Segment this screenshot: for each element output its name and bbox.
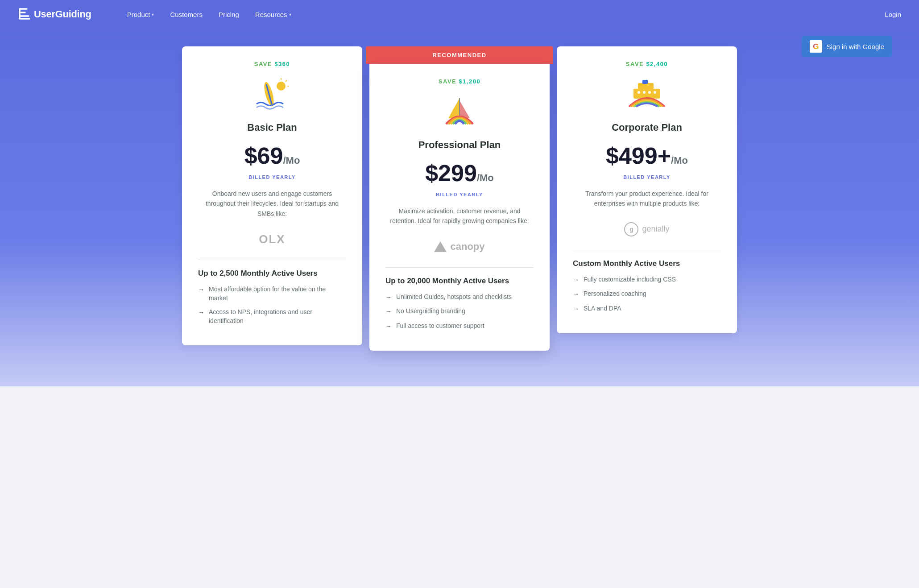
- basic-save-label: SAVE $360: [198, 61, 346, 67]
- professional-customer-logo: canopy: [385, 237, 534, 257]
- professional-price: $299/Mo: [385, 160, 534, 186]
- basic-mau: Up to 2,500 Monthly Active Users: [198, 269, 346, 278]
- basic-customer-logo: OLX: [198, 229, 346, 249]
- arrow-icon: →: [198, 286, 204, 294]
- arrow-icon: →: [198, 308, 204, 317]
- basic-divider: [198, 260, 346, 260]
- corporate-price: $499+/Mo: [573, 142, 721, 169]
- professional-plan-content: SAVE $1,200 P: [369, 64, 550, 351]
- list-item: → Access to NPS, integrations and user i…: [198, 308, 346, 325]
- list-item: → Unlimited Guides, hotspots and checkli…: [385, 293, 534, 302]
- svg-rect-9: [633, 89, 660, 99]
- svg-point-13: [643, 91, 646, 94]
- list-item: → Fully customizable including CSS: [573, 275, 721, 285]
- corporate-plan-content: SAVE $2,400: [557, 46, 737, 333]
- nav-resources[interactable]: Resources ▾: [255, 11, 291, 18]
- svg-point-12: [638, 91, 640, 94]
- basic-plan-card: SAVE $360: [178, 46, 366, 351]
- arrow-icon: →: [385, 293, 392, 302]
- nav-links: Product ▾ Customers Pricing Resources ▾: [127, 11, 885, 18]
- pricing-section: SAVE $360: [27, 46, 892, 351]
- svg-marker-7: [460, 100, 470, 118]
- svg-point-15: [654, 91, 656, 94]
- professional-plan-card: RECOMMENDED SAVE $1,200: [366, 46, 553, 351]
- professional-plan-icon: [385, 94, 534, 134]
- logo-icon: [18, 6, 30, 23]
- professional-plan-name: Professional Plan: [385, 139, 534, 151]
- professional-description: Maximize activation, customer revenue, a…: [385, 206, 534, 226]
- svg-rect-11: [642, 80, 648, 84]
- list-item: → No Userguiding branding: [385, 307, 534, 316]
- list-item: → Full access to customer support: [385, 322, 534, 331]
- basic-billed: BILLED YEARLY: [198, 174, 346, 180]
- professional-billed: BILLED YEARLY: [385, 192, 534, 197]
- basic-plan-icon: [198, 76, 346, 116]
- svg-point-14: [648, 91, 651, 94]
- svg-rect-10: [638, 83, 654, 90]
- arrow-icon: →: [573, 290, 579, 299]
- svg-marker-6: [448, 98, 460, 118]
- arrow-icon: →: [573, 305, 579, 314]
- corporate-save-label: SAVE $2,400: [573, 61, 721, 67]
- corporate-billed: BILLED YEARLY: [573, 174, 721, 180]
- navbar: UserGuiding Product ▾ Customers Pricing …: [0, 0, 919, 29]
- corporate-features: → Fully customizable including CSS → Per…: [573, 275, 721, 314]
- corporate-plan-card: SAVE $2,400: [553, 46, 741, 351]
- list-item: → SLA and DPA: [573, 304, 721, 314]
- canopy-triangle-icon: [434, 241, 447, 252]
- genially-circle-icon: g: [624, 222, 638, 236]
- chevron-down-icon: ▾: [289, 12, 291, 17]
- corporate-description: Transform your product experience. Ideal…: [573, 189, 721, 209]
- nav-customers[interactable]: Customers: [170, 11, 203, 18]
- basic-plan-name: Basic Plan: [198, 122, 346, 133]
- corporate-plan-name: Corporate Plan: [573, 122, 721, 133]
- corporate-mau: Custom Monthly Active Users: [573, 259, 721, 268]
- list-item: → Personalized coaching: [573, 290, 721, 299]
- corporate-plan-icon: [573, 76, 721, 116]
- svg-line-4: [286, 80, 287, 82]
- corporate-customer-logo: g genially: [573, 219, 721, 239]
- arrow-icon: →: [385, 322, 392, 331]
- list-item: → Most affordable option for the value o…: [198, 285, 346, 302]
- svg-point-2: [277, 82, 286, 91]
- basic-features: → Most affordable option for the value o…: [198, 285, 346, 325]
- professional-features: → Unlimited Guides, hotspots and checkli…: [385, 293, 534, 331]
- basic-price: $69/Mo: [198, 142, 346, 169]
- nav-pricing[interactable]: Pricing: [219, 11, 239, 18]
- hero-section: G Sign in with Google SAVE $360: [0, 29, 919, 386]
- professional-divider: [385, 267, 534, 268]
- nav-product[interactable]: Product ▾: [127, 11, 154, 18]
- arrow-icon: →: [573, 276, 579, 285]
- login-button[interactable]: Login: [885, 11, 901, 18]
- chevron-down-icon: ▾: [152, 12, 154, 17]
- basic-description: Onboard new users and engage customers t…: [198, 189, 346, 219]
- arrow-icon: →: [385, 307, 392, 316]
- professional-save-label: SAVE $1,200: [385, 78, 534, 85]
- professional-mau: Up to 20,000 Monthly Active Users: [385, 277, 534, 286]
- logo[interactable]: UserGuiding: [18, 6, 91, 23]
- logo-text: UserGuiding: [34, 8, 91, 20]
- corporate-divider: [573, 250, 721, 250]
- recommended-banner: RECOMMENDED: [366, 46, 553, 64]
- basic-plan-content: SAVE $360: [182, 46, 362, 345]
